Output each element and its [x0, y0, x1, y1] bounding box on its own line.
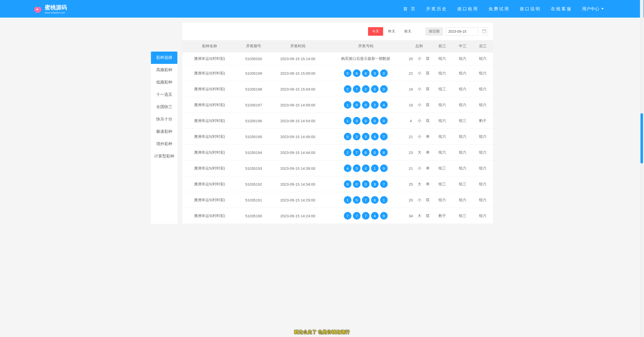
sidebar-item-3[interactable]: 十一选五 [151, 89, 177, 101]
cell-size: 大 [415, 145, 424, 160]
number-ball: 4 [371, 133, 379, 140]
logo-title: 蜜桃源码 [45, 4, 67, 11]
col-header: 中三 [452, 40, 473, 52]
balls-cell: 15761 [325, 192, 407, 208]
cell: 51035190 [237, 208, 271, 224]
cell-b3: 组六 [473, 192, 493, 208]
cell-f3: 组三 [432, 176, 452, 192]
number-ball: 0 [380, 85, 388, 93]
balls-cell: 77749 [325, 208, 407, 224]
number-ball: 7 [353, 85, 360, 93]
number-ball: 5 [344, 133, 351, 140]
balls-cell: 购买接口后显示最新一期数据 [325, 52, 407, 65]
number-ball: 1 [344, 117, 351, 124]
nav-item-1[interactable]: 开奖历史 [426, 6, 447, 12]
cell: 澳洲幸运5(时时彩) [182, 97, 237, 113]
number-ball: 5 [371, 85, 379, 93]
cell-b3: 组六 [473, 65, 493, 81]
sidebar-item-4[interactable]: 全国快三 [151, 101, 177, 113]
table-row: 澳洲幸运5(时时彩)510351992023-09-15 15:09:00568… [182, 65, 493, 81]
balls-cell: 19024 [325, 97, 407, 113]
cell-sum: 25 [407, 176, 415, 192]
scrollbar-thumb[interactable] [640, 113, 643, 163]
balls-cell: 52347 [325, 129, 407, 145]
cell-sum: 20 [407, 192, 415, 208]
sidebar-item-1[interactable]: 高频彩种 [151, 64, 177, 76]
nav-item-2[interactable]: 接口租用 [457, 6, 478, 12]
sidebar-item-8[interactable]: 计算型彩种 [151, 150, 177, 162]
logo[interactable]: 蜜桃源码 www.mitaobo.com [33, 4, 67, 14]
day-button-2[interactable]: 前天 [400, 27, 415, 36]
number-ball: 4 [380, 101, 388, 109]
number-ball: 9 [371, 180, 379, 188]
cell-sum: 16 [407, 97, 415, 113]
cell-b3: 组六 [473, 176, 493, 192]
cell-b3: 组六 [473, 129, 493, 145]
number-ball: 9 [380, 212, 388, 220]
number-ball: 9 [353, 101, 360, 109]
balls-cell: 90097 [325, 176, 407, 192]
table-row: 澳洲幸运5(时时彩)510352002023-09-15 15:14:00购买接… [182, 52, 493, 65]
cell: 澳洲幸运5(时时彩) [182, 192, 237, 208]
cell-oe: 单 [424, 129, 432, 145]
cell-f3: 组六 [432, 192, 452, 208]
main-nav: 首 页开奖历史接口租用免费试用接口说明在线客服用户中心 [403, 6, 604, 12]
cell: 澳洲幸运5(时时彩) [182, 52, 237, 65]
cell-size: 小 [415, 129, 424, 145]
cell-f3: 组六 [432, 129, 452, 145]
nav-item-5[interactable]: 在线客服 [551, 6, 572, 12]
day-button-1[interactable]: 昨天 [384, 27, 399, 36]
cell-oe: 双 [424, 97, 432, 113]
number-ball: 0 [353, 180, 360, 188]
cell-f3: 组三 [432, 81, 452, 97]
cell-size: 小 [415, 65, 424, 81]
cell-f3: 组六 [432, 113, 452, 129]
number-ball: 4 [362, 164, 370, 172]
svg-rect-1 [482, 30, 486, 33]
scrollbar-track[interactable] [640, 0, 643, 224]
cell: 51035199 [237, 65, 271, 81]
date-input[interactable] [446, 27, 478, 35]
cell-sum: 4 [407, 113, 415, 129]
nav-item-3[interactable]: 免费试用 [489, 6, 510, 12]
cell-f3: 组六 [432, 65, 452, 81]
nav-item-4[interactable]: 接口说明 [520, 6, 541, 12]
cell-m3: 组三 [452, 208, 473, 224]
cell-b3: 组六 [473, 208, 493, 224]
number-ball: 7 [353, 149, 360, 156]
table-row: 澳洲幸运5(时时彩)510351952023-09-15 14:49:00523… [182, 129, 493, 145]
number-ball: 0 [362, 101, 370, 109]
col-header: 总和 [407, 40, 432, 52]
number-ball: 4 [344, 164, 351, 172]
sidebar-item-7[interactable]: 境外彩种 [151, 138, 177, 150]
cell-b3: 组六 [473, 52, 493, 65]
cell: 澳洲幸运5(时时彩) [182, 145, 237, 160]
sidebar-item-5[interactable]: 快乐十分 [151, 113, 177, 125]
cell-size: 小 [415, 81, 424, 97]
nav-item-0[interactable]: 首 页 [403, 6, 416, 12]
cell-f3: 组六 [432, 52, 452, 65]
day-button-0[interactable]: 今天 [368, 27, 383, 36]
number-ball: 5 [353, 196, 360, 204]
sidebar-item-6[interactable]: 极速彩种 [151, 125, 177, 138]
cell-b3: 豹子 [473, 113, 493, 129]
cell: 澳洲幸运5(时时彩) [182, 129, 237, 145]
calendar-icon[interactable] [481, 27, 488, 36]
sidebar-item-2[interactable]: 低频彩种 [151, 76, 177, 89]
balls-cell: 27608 [325, 145, 407, 160]
cell: 2023-09-15 14:44:00 [271, 145, 325, 160]
number-ball: 1 [344, 196, 351, 204]
number-ball: 1 [371, 164, 379, 172]
cell-oe: 单 [424, 145, 432, 160]
cell-oe: 双 [424, 65, 432, 81]
number-ball: 3 [362, 133, 370, 140]
col-header: 彩种名称 [182, 40, 237, 52]
col-header: 开奖时间 [271, 40, 325, 52]
cell-sum: 21 [407, 160, 415, 176]
cell: 51035197 [237, 97, 271, 113]
nav-item-6[interactable]: 用户中心 [582, 6, 604, 12]
cell-size: 小 [415, 192, 424, 208]
cell: 2023-09-15 14:29:00 [271, 192, 325, 208]
number-ball: 8 [380, 149, 388, 156]
sidebar-item-0[interactable]: 彩种选择 [151, 52, 177, 64]
